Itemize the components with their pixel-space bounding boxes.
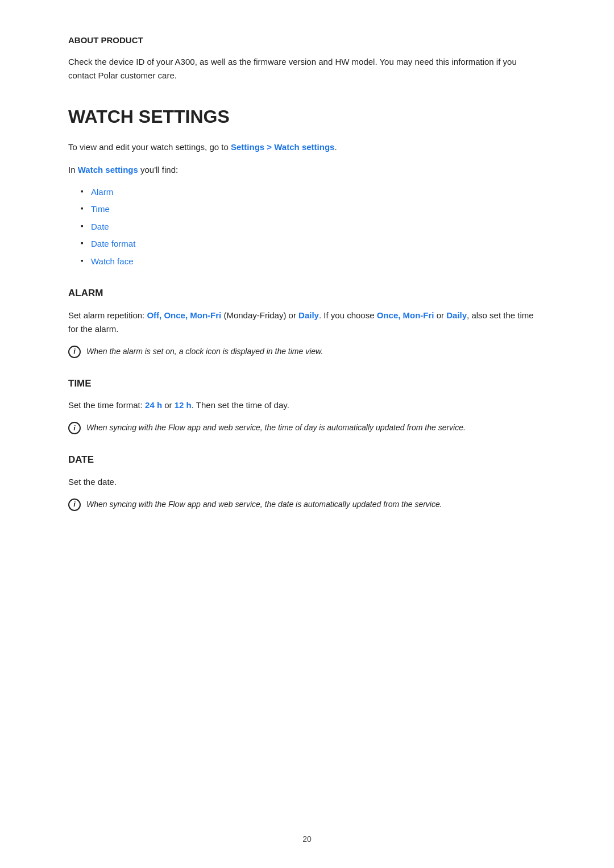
time-24h: 24 h	[145, 400, 162, 410]
alarm-options: Off, Once, Mon-Fri	[147, 310, 221, 320]
date-heading: DATE	[68, 452, 546, 467]
info-icon: i	[68, 346, 81, 358]
watch-settings-intro2: In Watch settings you'll find:	[68, 163, 546, 177]
intro2-end: you'll find:	[138, 165, 178, 175]
watch-face-link[interactable]: Watch face	[91, 256, 133, 266]
alarm-section: ALARM Set alarm repetition: Off, Once, M…	[68, 286, 546, 358]
about-product-paragraph: Check the device ID of your A300, as wel…	[68, 55, 546, 82]
settings-link[interactable]: Settings > Watch settings	[231, 142, 334, 152]
watch-settings-heading: WATCH SETTINGS	[68, 103, 546, 130]
intro1-end: .	[334, 142, 337, 152]
intro1-text: To view and edit your watch settings, go…	[68, 142, 231, 152]
alarm-daily2: Daily	[446, 310, 467, 320]
date-info-box: i When syncing with the Flow app and web…	[68, 498, 546, 511]
watch-settings-intro1: To view and edit your watch settings, go…	[68, 140, 546, 154]
time-or: or	[162, 400, 175, 410]
time-paragraph: Set the time format: 24 h or 12 h. Then …	[68, 398, 546, 412]
date-paragraph: Set the date.	[68, 475, 546, 489]
page-number: 20	[0, 833, 614, 845]
alarm-paragraph: Set alarm repetition: Off, Once, Mon-Fri…	[68, 309, 546, 336]
watch-settings-section: WATCH SETTINGS To view and edit your wat…	[68, 103, 546, 268]
info-icon: i	[68, 422, 81, 434]
info-icon: i	[68, 499, 81, 511]
time-12h: 12 h	[175, 400, 192, 410]
watch-settings-list: Alarm Time Date Date format Watch face	[68, 186, 546, 268]
alarm-info-text: When the alarm is set on, a clock icon i…	[86, 345, 323, 358]
list-item: Date	[91, 221, 546, 234]
date-link[interactable]: Date	[91, 222, 109, 231]
time-info-box: i When syncing with the Flow app and web…	[68, 421, 546, 434]
about-product-heading: ABOUT PRODUCT	[68, 34, 546, 47]
time-section: TIME Set the time format: 24 h or 12 h. …	[68, 376, 546, 435]
alarm-info-box: i When the alarm is set on, a clock icon…	[68, 345, 546, 358]
page: ABOUT PRODUCT Check the device ID of you…	[0, 0, 614, 868]
alarm-para-start: Set alarm repetition:	[68, 310, 147, 320]
about-product-section: ABOUT PRODUCT Check the device ID of you…	[68, 34, 546, 82]
time-para-end: . Then set the time of day.	[192, 400, 289, 410]
alarm-link[interactable]: Alarm	[91, 187, 113, 197]
list-item: Alarm	[91, 186, 546, 199]
list-item: Date format	[91, 238, 546, 251]
alarm-heading: ALARM	[68, 286, 546, 301]
date-format-link[interactable]: Date format	[91, 239, 135, 248]
time-info-text: When syncing with the Flow app and web s…	[86, 421, 466, 434]
time-para-start: Set the time format:	[68, 400, 145, 410]
date-section: DATE Set the date. i When syncing with t…	[68, 452, 546, 511]
watch-settings-link[interactable]: Watch settings	[78, 165, 138, 175]
alarm-or: or	[434, 310, 447, 320]
time-link[interactable]: Time	[91, 204, 110, 214]
time-heading: TIME	[68, 376, 546, 391]
intro2-start: In	[68, 165, 78, 175]
list-item: Time	[91, 203, 546, 216]
list-item: Watch face	[91, 255, 546, 268]
alarm-para-mid: (Monday-Friday) or	[221, 310, 298, 320]
alarm-para-mid2: . If you choose	[319, 310, 377, 320]
alarm-daily1: Daily	[298, 310, 319, 320]
date-info-text: When syncing with the Flow app and web s…	[86, 498, 442, 510]
alarm-once-monfri: Once, Mon-Fri	[377, 310, 434, 320]
